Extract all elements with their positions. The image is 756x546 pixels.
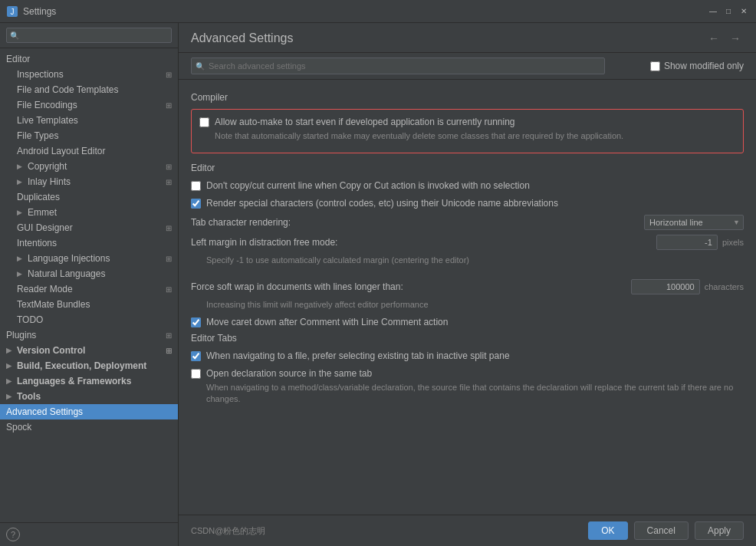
reader-mode-icon: ⊞	[166, 285, 172, 294]
nav-forward-button[interactable]: →	[727, 31, 744, 46]
close-button[interactable]: ✕	[738, 5, 750, 18]
left-margin-input[interactable]	[656, 235, 718, 250]
prefer-tab-label[interactable]: When navigating to a file, prefer select…	[206, 350, 510, 361]
content-header: Advanced Settings ← →	[179, 23, 756, 53]
sidebar-item-gui-designer[interactable]: GUI Designer ⊞	[0, 220, 178, 235]
app-icon: J	[6, 5, 18, 18]
plugins-icon: ⊞	[166, 331, 172, 340]
editor-tabs-section-title: Editor Tabs	[191, 333, 744, 344]
force-soft-wrap-unit: characters	[705, 282, 744, 291]
tools-chevron: ▶	[6, 393, 15, 400]
copyright-icon: ⊞	[166, 163, 172, 171]
sidebar-item-editor[interactable]: Editor	[0, 51, 178, 67]
ok-button[interactable]: OK	[588, 521, 627, 540]
settings-search-input[interactable]	[191, 58, 605, 74]
move-caret-checkbox[interactable]	[191, 317, 201, 327]
force-soft-wrap-input[interactable]	[631, 279, 700, 294]
vc-icon: ⊞	[166, 347, 172, 355]
sidebar-item-file-encodings[interactable]: File Encodings ⊞	[0, 97, 178, 113]
auto-make-label[interactable]: Allow auto-make to start even if develop…	[215, 117, 515, 127]
move-caret-label[interactable]: Move caret down after Comment with Line …	[206, 317, 448, 327]
sidebar-item-natural-languages[interactable]: ▶ Natural Languages	[0, 266, 178, 281]
sidebar-item-reader-mode[interactable]: Reader Mode ⊞	[0, 281, 178, 297]
minimize-button[interactable]: —	[707, 5, 719, 18]
left-margin-label: Left margin in distraction free mode:	[191, 237, 651, 248]
show-modified-label[interactable]: Show modified only	[664, 61, 744, 71]
left-margin-hint: Specify -1 to use automatically calculat…	[206, 255, 744, 266]
emmet-chevron: ▶	[17, 209, 26, 216]
apply-button[interactable]: Apply	[695, 521, 744, 540]
sidebar-item-advanced-settings[interactable]: Advanced Settings	[0, 404, 178, 419]
build-chevron: ▶	[6, 362, 15, 370]
lang-injections-chevron: ▶	[17, 255, 26, 262]
render-special-label[interactable]: Render special characters (control codes…	[206, 198, 558, 209]
sidebar-search-input[interactable]	[6, 28, 172, 43]
content-toolbar: 🔍 Show modified only	[179, 53, 756, 80]
nav-arrows: ← →	[705, 31, 744, 46]
setting-render-special-chars: Render special characters (control codes…	[191, 197, 744, 210]
cancel-button[interactable]: Cancel	[634, 521, 689, 540]
open-declaration-desc: When navigating to a method/class/variab…	[206, 382, 744, 406]
sidebar-item-inlay-hints[interactable]: ▶ Inlay Hints ⊞	[0, 174, 178, 189]
sidebar-item-file-code-templates[interactable]: File and Code Templates	[0, 82, 178, 97]
auto-make-checkbox[interactable]	[199, 117, 209, 127]
sidebar-item-languages[interactable]: ▶ Languages & Frameworks	[0, 373, 178, 389]
show-modified-checkbox[interactable]	[650, 61, 660, 71]
file-encodings-icon: ⊞	[166, 101, 172, 110]
sidebar-item-android-layout-editor[interactable]: Android Layout Editor	[0, 143, 178, 159]
lang-injections-icon: ⊞	[166, 255, 172, 263]
no-copy-cut-checkbox[interactable]	[191, 181, 201, 191]
sidebar-item-intentions[interactable]: Intentions	[0, 235, 178, 251]
sidebar-item-inspections[interactable]: Inspections ⊞	[0, 67, 178, 82]
setting-auto-make: Allow auto-make to start even if develop…	[199, 116, 735, 142]
svg-text:J: J	[11, 8, 15, 16]
no-copy-cut-label[interactable]: Don't copy/cut current line when Copy or…	[206, 180, 530, 191]
maximize-button[interactable]: □	[722, 5, 735, 18]
tab-rendering-dropdown-wrap: Horizontal line Arrow None ▼	[644, 215, 744, 230]
sidebar-item-todo[interactable]: TODO	[0, 312, 178, 327]
sidebar-item-duplicates[interactable]: Duplicates	[0, 189, 178, 205]
settings-search-wrap: 🔍	[191, 58, 605, 74]
sidebar: 🔍 Editor Inspections ⊞ File and Code Tem…	[0, 23, 179, 546]
inlay-hints-icon: ⊞	[166, 178, 172, 186]
sidebar-item-build[interactable]: ▶ Build, Execution, Deployment	[0, 358, 178, 373]
left-margin-unit: pixels	[722, 238, 744, 247]
compiler-section-title: Compiler	[191, 92, 744, 103]
gui-designer-icon: ⊞	[166, 224, 172, 232]
sidebar-tree: Editor Inspections ⊞ File and Code Templ…	[0, 48, 178, 522]
nav-back-button[interactable]: ←	[705, 31, 722, 46]
sidebar-item-file-types[interactable]: File Types	[0, 128, 178, 143]
titlebar: J Settings — □ ✕	[0, 0, 756, 23]
open-declaration-label[interactable]: Open declaration source in the same tab	[206, 368, 372, 379]
force-soft-wrap-hint: Increasing this limit will negatively af…	[206, 299, 744, 311]
natural-lang-chevron: ▶	[17, 270, 26, 278]
help-button[interactable]: ?	[6, 528, 20, 541]
setting-open-declaration: Open declaration source in the same tab …	[191, 367, 744, 406]
sidebar-item-version-control[interactable]: ▶ Version Control ⊞	[0, 343, 178, 358]
content-body: Compiler Allow auto-make to start even i…	[179, 80, 756, 515]
lang-chevron: ▶	[6, 377, 15, 385]
sidebar-item-copyright[interactable]: ▶ Copyright ⊞	[0, 159, 178, 174]
sidebar-item-tools[interactable]: ▶ Tools	[0, 389, 178, 404]
content-title: Advanced Settings	[191, 31, 705, 45]
render-special-checkbox[interactable]	[191, 199, 201, 209]
tab-rendering-select[interactable]: Horizontal line Arrow None	[644, 215, 744, 230]
setting-no-copy-cut: Don't copy/cut current line when Copy or…	[191, 179, 744, 192]
sidebar-item-textmate-bundles[interactable]: TextMate Bundles	[0, 297, 178, 312]
sidebar-item-live-templates[interactable]: Live Templates	[0, 113, 178, 128]
sidebar-item-language-injections[interactable]: ▶ Language Injections ⊞	[0, 251, 178, 266]
settings-search-icon: 🔍	[196, 62, 205, 71]
sidebar-search-icon: 🔍	[10, 31, 19, 40]
tab-rendering-label: Tab character rendering:	[191, 217, 639, 228]
prefer-tab-checkbox[interactable]	[191, 351, 201, 361]
sidebar-item-emmet[interactable]: ▶ Emmet	[0, 205, 178, 220]
sidebar-item-plugins[interactable]: Plugins ⊞	[0, 327, 178, 343]
copyright-chevron: ▶	[17, 163, 26, 170]
setting-force-soft-wrap: Force soft wrap in documents with lines …	[191, 279, 744, 294]
settings-window: J Settings — □ ✕ 🔍 Editor	[0, 0, 756, 546]
titlebar-title: Settings	[23, 6, 707, 17]
open-declaration-checkbox[interactable]	[191, 369, 201, 379]
sidebar-bottom: ?	[0, 522, 178, 546]
inlay-hints-chevron: ▶	[17, 178, 26, 186]
sidebar-item-spock[interactable]: Spock	[0, 419, 178, 435]
